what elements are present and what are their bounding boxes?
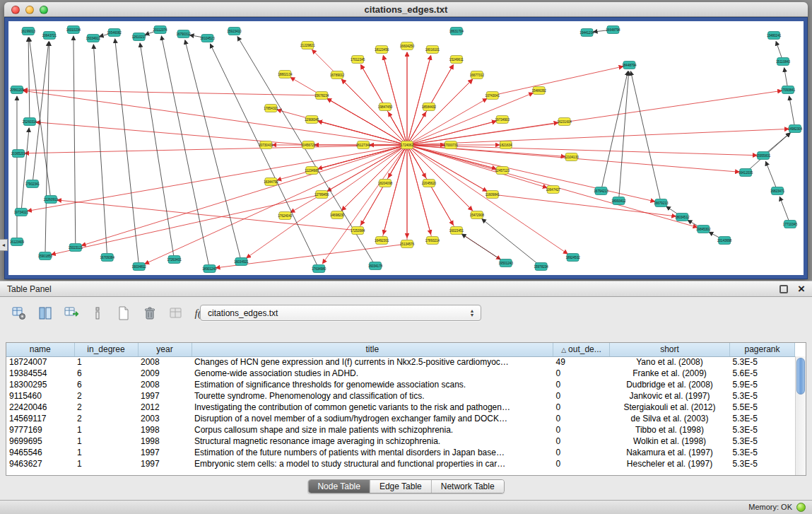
- graph-node[interactable]: 17000731: [444, 141, 459, 149]
- graph-node[interactable]: 16023451: [449, 227, 464, 235]
- network-graph[interactable]: 1724062182163412457123116098411547290816…: [8, 21, 804, 275]
- graph-node[interactable]: 15110843: [776, 58, 790, 66]
- graph-node[interactable]: 16492301: [375, 237, 389, 245]
- graph-node[interactable]: 17263401: [167, 256, 182, 264]
- graph-node[interactable]: 10456723: [301, 141, 316, 149]
- table-row[interactable]: 946362711997Embryonic stem cells: a mode…: [6, 458, 795, 469]
- graph-node[interactable]: 12908345: [305, 116, 319, 124]
- graph-node[interactable]: 17710345: [783, 221, 798, 228]
- select-columns-icon[interactable]: [36, 304, 54, 322]
- graph-node[interactable]: 15486392: [531, 87, 546, 95]
- graph-node[interactable]: 20143698: [717, 237, 732, 245]
- graph-node[interactable]: 16789012: [330, 71, 345, 79]
- graph-node[interactable]: 21229821: [300, 42, 315, 49]
- column-header-year[interactable]: year: [138, 343, 192, 356]
- graph-node[interactable]: 20561209: [10, 86, 25, 94]
- graph-node[interactable]: 11609841: [486, 191, 500, 199]
- graph-node[interactable]: 15034912: [86, 35, 101, 42]
- table-row[interactable]: 1938455462009Genome-wide association stu…: [6, 368, 795, 379]
- graph-node[interactable]: 16123409: [10, 238, 25, 246]
- graph-node[interactable]: 15249611: [449, 56, 464, 64]
- graph-node[interactable]: 16604250: [400, 42, 415, 50]
- graph-node[interactable]: 18584432: [422, 103, 437, 111]
- graph-node[interactable]: 19034812: [131, 263, 146, 271]
- graph-node[interactable]: 15955831: [756, 152, 771, 160]
- graph-node[interactable]: 18448794: [622, 62, 637, 69]
- graph-node[interactable]: 25260314: [23, 118, 37, 126]
- merge-column-icon[interactable]: [88, 304, 107, 322]
- graph-node[interactable]: 15901853: [38, 252, 53, 260]
- network-canvas[interactable]: 1724062182163412457123116098411547290816…: [8, 21, 804, 275]
- graph-node[interactable]: 19546082: [107, 29, 122, 37]
- delete-icon[interactable]: [141, 304, 159, 322]
- table-row[interactable]: 911546021997Tourette syndrome. Phenomeno…: [6, 390, 795, 402]
- graph-node[interactable]: 16199013: [21, 28, 36, 35]
- graph-node[interactable]: 1821634: [500, 141, 512, 149]
- graph-node[interactable]: 16034921: [234, 258, 249, 266]
- graph-node[interactable]: 16344790: [264, 178, 278, 186]
- graph-node[interactable]: 16790312: [176, 30, 191, 38]
- table-row[interactable]: 1830029562008Estimation of significance …: [6, 379, 795, 390]
- graph-node[interactable]: 17854321: [264, 105, 278, 112]
- graph-node[interactable]: 11234987: [305, 167, 319, 175]
- graph-node[interactable]: 19847450: [378, 103, 393, 111]
- import-table-icon[interactable]: [167, 304, 185, 322]
- table-selector-dropdown[interactable]: citations_edges.txt ▲▼: [200, 305, 481, 321]
- graph-node[interactable]: 12610217: [131, 33, 146, 41]
- graph-node[interactable]: 17012345: [351, 56, 365, 64]
- graph-node[interactable]: 17634980: [312, 265, 326, 273]
- graph-node[interactable]: 18924502: [565, 254, 580, 262]
- graph-node[interactable]: 16677312: [470, 71, 485, 79]
- graph-node[interactable]: 18104523: [200, 35, 215, 42]
- graph-node[interactable]: 15472908: [470, 211, 485, 219]
- graph-node[interactable]: 16648794: [606, 26, 620, 34]
- table-scrollbar[interactable]: [795, 356, 806, 475]
- network-window-titlebar[interactable]: citations_edges.txt: [4, 2, 808, 17]
- graph-node[interactable]: 20643721: [42, 32, 57, 40]
- column-header-name[interactable]: name: [6, 343, 74, 356]
- column-header-in_degree[interactable]: in_degree: [74, 343, 138, 356]
- new-document-icon[interactable]: [114, 304, 133, 322]
- graph-node[interactable]: 20112374: [153, 26, 167, 34]
- graph-node[interactable]: 16412035: [739, 169, 753, 177]
- column-header-out_de[interactable]: △out_de...: [553, 343, 610, 356]
- table-row[interactable]: 1456911722003Disruption of a novel membe…: [6, 413, 795, 424]
- graph-node[interactable]: 16709384: [100, 254, 115, 262]
- graph-node[interactable]: 10743041: [486, 92, 500, 100]
- graph-node[interactable]: 12789456: [314, 191, 329, 199]
- table-scrollbar-thumb[interactable]: [796, 358, 805, 395]
- graph-node[interactable]: 19441204: [579, 29, 594, 37]
- graph-node[interactable]: 19845302: [696, 226, 711, 233]
- table-row[interactable]: 969969511998Structural magnetic resonanc…: [6, 436, 795, 447]
- graph-node[interactable]: 18204098: [378, 180, 393, 187]
- graph-node[interactable]: 19734903: [495, 116, 510, 124]
- graph-node[interactable]: 17093841: [781, 86, 796, 94]
- graph-node[interactable]: 10647427: [546, 186, 560, 194]
- graph-node[interactable]: 14698230: [330, 211, 345, 219]
- graph-node[interactable]: 14982304: [788, 125, 803, 133]
- graph-node[interactable]: 18802134: [278, 71, 293, 78]
- graph-node[interactable]: 16679213: [654, 199, 669, 207]
- graph-node[interactable]: 22045620: [422, 180, 437, 187]
- graph-node[interactable]: 26127341: [356, 141, 371, 149]
- graph-node[interactable]: 15678234: [314, 92, 329, 100]
- graph-node[interactable]: 16794213: [594, 187, 608, 195]
- graph-node[interactable]: 18901243: [202, 265, 217, 273]
- table-row[interactable]: 977716911998Corpus callosum shape and si…: [6, 424, 795, 436]
- graph-node[interactable]: 19501243: [499, 259, 514, 267]
- graph-node[interactable]: 16034178: [368, 262, 383, 270]
- export-table-icon[interactable]: [62, 304, 81, 322]
- graph-node[interactable]: 18631704: [449, 28, 464, 35]
- graph-node[interactable]: 15023121: [69, 244, 83, 252]
- table-row[interactable]: 2242004622012Investigating the contribut…: [6, 402, 795, 413]
- graph-node[interactable]: 18016101: [425, 46, 440, 54]
- graph-node[interactable]: 13480241: [767, 32, 782, 40]
- table-row[interactable]: 1872400712008Changes of HCN gene express…: [6, 356, 795, 368]
- graph-node[interactable]: 17893214: [425, 237, 440, 245]
- graph-node[interactable]: 12457123: [495, 167, 510, 175]
- tab-network-table[interactable]: Network Table: [431, 480, 504, 493]
- graph-node[interactable]: 18034512: [675, 214, 690, 221]
- graph-node[interactable]: 17902341: [25, 180, 40, 188]
- table-settings-icon[interactable]: [10, 304, 28, 322]
- close-panel-icon[interactable]: ×: [798, 282, 805, 296]
